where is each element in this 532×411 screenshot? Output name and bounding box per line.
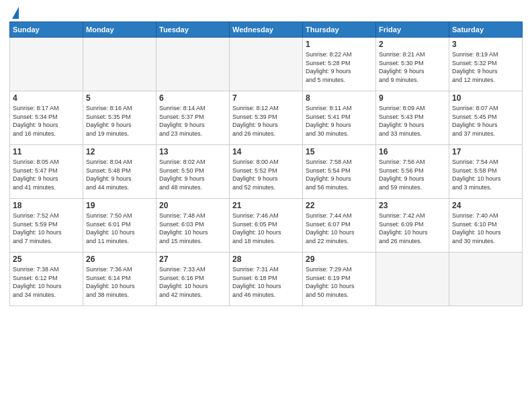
calendar-cell: 26Sunrise: 7:36 AM Sunset: 6:14 PM Dayli…	[83, 253, 157, 306]
day-number: 20	[159, 201, 226, 210]
calendar-cell: 23Sunrise: 7:42 AM Sunset: 6:09 PM Dayli…	[376, 199, 449, 253]
day-info: Sunrise: 8:05 AM Sunset: 5:47 PM Dayligh…	[13, 158, 80, 191]
calendar-week-row: 25Sunrise: 7:38 AM Sunset: 6:12 PM Dayli…	[10, 253, 523, 306]
calendar-cell: 14Sunrise: 8:00 AM Sunset: 5:52 PM Dayli…	[230, 145, 303, 199]
day-number: 15	[306, 147, 373, 156]
day-info: Sunrise: 8:21 AM Sunset: 5:30 PM Dayligh…	[379, 50, 446, 84]
calendar-cell	[449, 253, 523, 306]
calendar-cell	[10, 38, 83, 91]
day-number: 8	[306, 93, 373, 103]
day-info: Sunrise: 7:54 AM Sunset: 5:58 PM Dayligh…	[452, 158, 519, 191]
calendar-cell: 15Sunrise: 7:58 AM Sunset: 5:54 PM Dayli…	[303, 145, 376, 199]
calendar-cell: 11Sunrise: 8:05 AM Sunset: 5:47 PM Dayli…	[10, 145, 83, 199]
day-info: Sunrise: 8:17 AM Sunset: 5:34 PM Dayligh…	[13, 104, 80, 138]
day-number: 22	[306, 201, 373, 210]
day-info: Sunrise: 7:52 AM Sunset: 5:59 PM Dayligh…	[13, 212, 80, 245]
logo-triangle-icon	[12, 7, 19, 19]
calendar-cell: 2Sunrise: 8:21 AM Sunset: 5:30 PM Daylig…	[376, 38, 449, 91]
day-number: 2	[379, 40, 446, 49]
calendar-week-row: 11Sunrise: 8:05 AM Sunset: 5:47 PM Dayli…	[10, 145, 523, 199]
calendar-cell: 24Sunrise: 7:40 AM Sunset: 6:10 PM Dayli…	[449, 199, 523, 253]
logo-area	[9, 7, 20, 17]
calendar-cell: 19Sunrise: 7:50 AM Sunset: 6:01 PM Dayli…	[83, 199, 157, 253]
day-number: 13	[159, 147, 226, 156]
weekday-header-monday: Monday	[83, 22, 157, 38]
day-info: Sunrise: 8:11 AM Sunset: 5:41 PM Dayligh…	[306, 104, 373, 138]
calendar-cell: 3Sunrise: 8:19 AM Sunset: 5:32 PM Daylig…	[449, 38, 523, 91]
page: SundayMondayTuesdayWednesdayThursdayFrid…	[0, 0, 532, 411]
calendar-cell: 1Sunrise: 8:22 AM Sunset: 5:28 PM Daylig…	[303, 38, 376, 91]
calendar-cell: 22Sunrise: 7:44 AM Sunset: 6:07 PM Dayli…	[303, 199, 376, 253]
day-number: 27	[159, 255, 226, 264]
day-number: 1	[306, 40, 373, 49]
calendar-cell: 7Sunrise: 8:12 AM Sunset: 5:39 PM Daylig…	[230, 91, 303, 145]
calendar-cell	[376, 253, 449, 306]
day-info: Sunrise: 7:33 AM Sunset: 6:16 PM Dayligh…	[159, 265, 226, 299]
day-number: 29	[306, 255, 373, 264]
day-number: 6	[159, 93, 226, 103]
day-number: 7	[232, 93, 300, 103]
calendar-cell: 8Sunrise: 8:11 AM Sunset: 5:41 PM Daylig…	[303, 91, 376, 145]
day-number: 18	[13, 201, 80, 210]
calendar-cell: 16Sunrise: 7:56 AM Sunset: 5:56 PM Dayli…	[376, 145, 449, 199]
day-number: 11	[13, 147, 80, 156]
day-info: Sunrise: 8:04 AM Sunset: 5:48 PM Dayligh…	[86, 158, 153, 191]
day-number: 28	[232, 255, 300, 264]
day-number: 21	[232, 201, 300, 210]
calendar-week-row: 1Sunrise: 8:22 AM Sunset: 5:28 PM Daylig…	[10, 38, 523, 91]
calendar-cell: 5Sunrise: 8:16 AM Sunset: 5:35 PM Daylig…	[83, 91, 157, 145]
calendar-cell: 10Sunrise: 8:07 AM Sunset: 5:45 PM Dayli…	[449, 91, 523, 145]
weekday-header-sunday: Sunday	[10, 22, 83, 38]
day-info: Sunrise: 7:38 AM Sunset: 6:12 PM Dayligh…	[13, 265, 80, 299]
calendar-week-row: 18Sunrise: 7:52 AM Sunset: 5:59 PM Dayli…	[10, 199, 523, 253]
calendar-cell: 21Sunrise: 7:46 AM Sunset: 6:05 PM Dayli…	[230, 199, 303, 253]
calendar-table: SundayMondayTuesdayWednesdayThursdayFrid…	[9, 21, 523, 306]
day-number: 16	[379, 147, 446, 156]
day-info: Sunrise: 7:36 AM Sunset: 6:14 PM Dayligh…	[86, 265, 153, 299]
day-info: Sunrise: 8:16 AM Sunset: 5:35 PM Dayligh…	[86, 104, 153, 138]
day-number: 19	[86, 201, 153, 210]
day-info: Sunrise: 8:07 AM Sunset: 5:45 PM Dayligh…	[452, 104, 519, 138]
day-info: Sunrise: 8:00 AM Sunset: 5:52 PM Dayligh…	[232, 158, 300, 191]
day-number: 23	[379, 201, 446, 210]
calendar-cell: 27Sunrise: 7:33 AM Sunset: 6:16 PM Dayli…	[157, 253, 230, 306]
calendar-cell: 25Sunrise: 7:38 AM Sunset: 6:12 PM Dayli…	[10, 253, 83, 306]
calendar-cell	[230, 38, 303, 91]
weekday-header-saturday: Saturday	[449, 22, 523, 38]
day-number: 24	[452, 201, 519, 210]
day-info: Sunrise: 8:09 AM Sunset: 5:43 PM Dayligh…	[379, 104, 446, 138]
weekday-header-tuesday: Tuesday	[157, 22, 230, 38]
day-info: Sunrise: 7:42 AM Sunset: 6:09 PM Dayligh…	[379, 212, 446, 245]
weekday-header-friday: Friday	[376, 22, 449, 38]
day-info: Sunrise: 7:50 AM Sunset: 6:01 PM Dayligh…	[86, 212, 153, 245]
day-number: 17	[452, 147, 519, 156]
day-info: Sunrise: 7:56 AM Sunset: 5:56 PM Dayligh…	[379, 158, 446, 191]
calendar-cell: 6Sunrise: 8:14 AM Sunset: 5:37 PM Daylig…	[157, 91, 230, 145]
header	[9, 7, 523, 17]
day-number: 26	[86, 255, 153, 264]
day-info: Sunrise: 8:12 AM Sunset: 5:39 PM Dayligh…	[232, 104, 300, 138]
day-info: Sunrise: 8:14 AM Sunset: 5:37 PM Dayligh…	[159, 104, 226, 138]
day-number: 12	[86, 147, 153, 156]
day-info: Sunrise: 7:40 AM Sunset: 6:10 PM Dayligh…	[452, 212, 519, 245]
calendar-cell	[83, 38, 157, 91]
calendar-cell: 13Sunrise: 8:02 AM Sunset: 5:50 PM Dayli…	[157, 145, 230, 199]
day-info: Sunrise: 7:29 AM Sunset: 6:19 PM Dayligh…	[306, 265, 373, 299]
weekday-header-wednesday: Wednesday	[230, 22, 303, 38]
day-number: 14	[232, 147, 300, 156]
weekday-header-thursday: Thursday	[303, 22, 376, 38]
calendar-cell: 29Sunrise: 7:29 AM Sunset: 6:19 PM Dayli…	[303, 253, 376, 306]
calendar-cell: 9Sunrise: 8:09 AM Sunset: 5:43 PM Daylig…	[376, 91, 449, 145]
day-info: Sunrise: 8:02 AM Sunset: 5:50 PM Dayligh…	[159, 158, 226, 191]
day-number: 25	[13, 255, 80, 264]
calendar-cell: 20Sunrise: 7:48 AM Sunset: 6:03 PM Dayli…	[157, 199, 230, 253]
calendar-cell	[157, 38, 230, 91]
day-number: 9	[379, 93, 446, 103]
calendar-week-row: 4Sunrise: 8:17 AM Sunset: 5:34 PM Daylig…	[10, 91, 523, 145]
day-number: 5	[86, 93, 153, 103]
day-info: Sunrise: 7:31 AM Sunset: 6:18 PM Dayligh…	[232, 265, 300, 299]
day-info: Sunrise: 8:19 AM Sunset: 5:32 PM Dayligh…	[452, 50, 519, 84]
weekday-header-row: SundayMondayTuesdayWednesdayThursdayFrid…	[10, 22, 523, 38]
day-info: Sunrise: 7:58 AM Sunset: 5:54 PM Dayligh…	[306, 158, 373, 191]
day-number: 4	[13, 93, 80, 103]
